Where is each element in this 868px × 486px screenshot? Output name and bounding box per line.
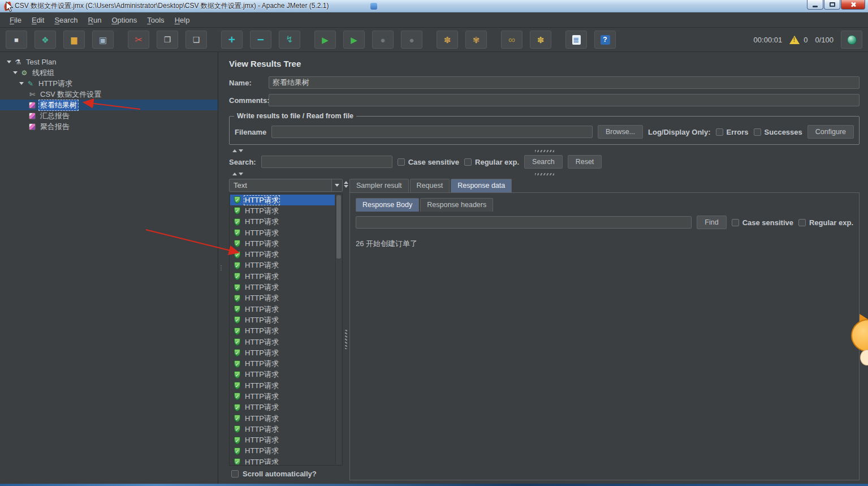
open-templates-button[interactable]: ❖: [34, 31, 56, 49]
tree-node-thread-group[interactable]: 线程组: [31, 67, 56, 79]
minimize-button[interactable]: [807, 0, 823, 10]
tree-row-http-request[interactable]: ✎ HTTP请求: [0, 78, 218, 89]
splitter-up-icon[interactable]: [232, 149, 237, 152]
result-item[interactable]: HTTP请求: [230, 227, 335, 238]
help-button[interactable]: ?: [594, 31, 616, 49]
remove-button[interactable]: −: [250, 31, 271, 49]
tree-node-aggregate-report[interactable]: 聚合报告: [38, 121, 71, 132]
shutdown-button[interactable]: ●: [401, 31, 422, 49]
search-input[interactable]: [261, 156, 392, 168]
start-button[interactable]: ▶: [314, 31, 336, 49]
tree-node-view-results-tree[interactable]: 察看结果树: [38, 100, 79, 111]
errors-checkbox[interactable]: [716, 128, 723, 136]
configure-button[interactable]: Configure: [807, 125, 854, 139]
expand-arrow-icon[interactable]: [6, 61, 12, 63]
clear-button[interactable]: ✽: [437, 31, 458, 49]
scroll-automatically-checkbox[interactable]: [231, 470, 239, 478]
menu-help[interactable]: Help: [170, 14, 195, 27]
splitter-grip[interactable]: [345, 330, 347, 349]
open-file-button[interactable]: ▆: [63, 31, 85, 49]
result-item[interactable]: HTTP请求: [230, 304, 335, 315]
splitter-up-icon[interactable]: [232, 173, 237, 175]
cut-button[interactable]: ✂: [128, 31, 149, 49]
result-item[interactable]: HTTP请求: [230, 358, 335, 369]
result-item[interactable]: HTTP请求: [230, 380, 335, 391]
result-item[interactable]: HTTP请求: [230, 217, 335, 227]
tree-row-summary-report[interactable]: 汇总报告: [0, 110, 218, 121]
find-input[interactable]: [356, 216, 692, 229]
result-item[interactable]: HTTP请求: [230, 282, 335, 293]
tab-response-body[interactable]: Response Body: [356, 198, 419, 212]
save-button[interactable]: ▣: [92, 31, 114, 49]
result-item[interactable]: HTTP请求: [230, 369, 335, 380]
result-item[interactable]: HTTP请求: [230, 293, 335, 304]
result-item[interactable]: HTTP请求: [230, 424, 335, 435]
search-results-button[interactable]: ∞: [501, 31, 522, 49]
name-input[interactable]: [269, 76, 860, 89]
horizontal-splitter[interactable]: [229, 170, 860, 178]
result-item[interactable]: HTTP请求: [230, 205, 335, 216]
menu-file[interactable]: File: [5, 14, 27, 27]
search-case-sensitive-checkbox[interactable]: [398, 158, 405, 166]
result-item[interactable]: HTTP请求: [230, 391, 335, 402]
result-item[interactable]: HTTP请求: [230, 446, 335, 457]
find-button[interactable]: Find: [697, 216, 726, 229]
result-item[interactable]: HTTP请求: [230, 271, 335, 282]
menu-search[interactable]: Search: [49, 14, 83, 27]
result-item[interactable]: HTTP请求: [230, 195, 335, 205]
menu-tools[interactable]: Tools: [142, 14, 169, 27]
result-item[interactable]: HTTP请求: [230, 337, 335, 347]
log-warning-icon[interactable]: [789, 36, 800, 44]
paste-button[interactable]: ❏: [185, 31, 207, 49]
tree-node-csv-config[interactable]: CSV 数据文件设置: [38, 89, 103, 100]
tree-row-thread-group[interactable]: ⚙ 线程组: [0, 67, 218, 78]
successes-checkbox[interactable]: [754, 128, 761, 136]
horizontal-splitter[interactable]: [229, 147, 860, 154]
tab-request[interactable]: Request: [410, 179, 450, 192]
splitter-up-icon[interactable]: [344, 181, 348, 184]
filename-input[interactable]: [271, 126, 593, 138]
comments-input[interactable]: [269, 94, 860, 106]
splitter-grip[interactable]: [535, 173, 554, 175]
remote-globe-button[interactable]: [841, 31, 862, 49]
results-splitter[interactable]: [343, 179, 349, 480]
function-helper-button[interactable]: ≣: [565, 31, 587, 49]
close-button[interactable]: [841, 0, 865, 10]
tree-row-view-results-tree[interactable]: 察看结果树: [0, 100, 218, 110]
menu-edit[interactable]: Edit: [27, 14, 49, 27]
tree-row-csv-config[interactable]: ✄ CSV 数据文件设置: [0, 89, 218, 100]
tree-node-test-plan[interactable]: Test Plan: [24, 57, 58, 67]
expand-arrow-icon[interactable]: [18, 82, 25, 85]
splitter-down-icon[interactable]: [344, 185, 348, 188]
result-item[interactable]: HTTP请求: [230, 326, 335, 337]
splitter-grip[interactable]: [535, 150, 554, 152]
maximize-button[interactable]: [824, 0, 840, 10]
menu-run[interactable]: Run: [83, 14, 107, 27]
result-item[interactable]: HTTP请求: [230, 413, 335, 424]
stop-button[interactable]: ●: [372, 31, 394, 49]
reset-search-button[interactable]: ✽: [530, 31, 551, 49]
tree-row-aggregate-report[interactable]: 聚合报告: [0, 121, 218, 132]
result-item[interactable]: HTTP请求: [230, 315, 335, 325]
browse-button[interactable]: Browse...: [598, 125, 643, 139]
tab-response-headers[interactable]: Response headers: [420, 198, 493, 212]
splitter-down-icon[interactable]: [239, 149, 243, 152]
expand-arrow-icon[interactable]: [12, 71, 19, 74]
results-scrollbar[interactable]: [335, 195, 342, 465]
result-item[interactable]: HTTP请求: [230, 238, 335, 249]
copy-button[interactable]: ❐: [157, 31, 178, 49]
tab-sampler-result[interactable]: Sampler result: [349, 179, 409, 192]
new-file-button[interactable]: ■: [6, 31, 27, 49]
tab-response-data[interactable]: Response data: [451, 179, 512, 192]
reset-button[interactable]: Reset: [568, 155, 602, 169]
find-case-sensitive-checkbox[interactable]: [732, 219, 739, 226]
clear-all-button[interactable]: ✾: [465, 31, 487, 49]
search-regular-exp-checkbox[interactable]: [464, 158, 472, 166]
result-item[interactable]: HTTP请求: [230, 249, 335, 260]
add-button[interactable]: +: [221, 31, 243, 49]
start-no-timers-button[interactable]: ▶: [343, 31, 365, 49]
result-item[interactable]: HTTP请求: [230, 435, 335, 446]
find-regular-exp-checkbox[interactable]: [798, 219, 806, 226]
result-item[interactable]: HTTP请求: [230, 457, 335, 465]
splitter-down-icon[interactable]: [239, 173, 243, 175]
